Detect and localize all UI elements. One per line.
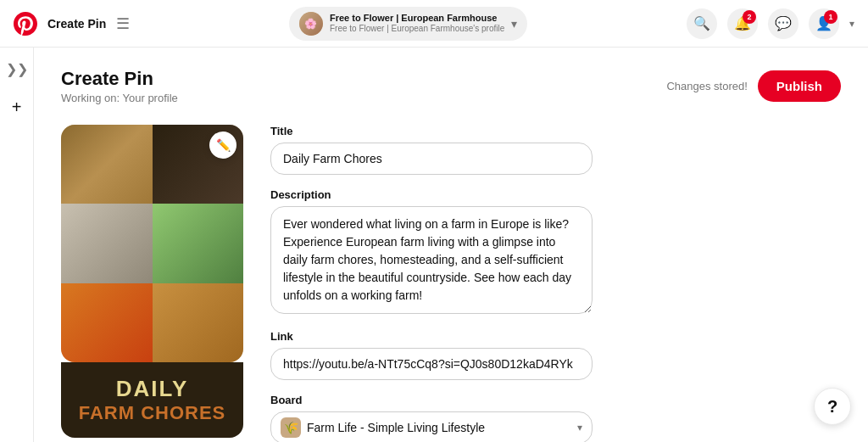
image-preview: ✏️ DAILY FARM CHORES [61,125,243,442]
help-button[interactable]: ? [814,388,851,425]
image-grid [61,125,243,362]
main-content: Create Pin Working on: Your profile Chan… [34,48,868,442]
notifications-badge: 2 [743,10,756,24]
profile-info: Free to Flower | European Farmhouse Free… [330,13,504,34]
pin-overlay-daily: DAILY [68,376,236,402]
pencil-icon: ✏️ [216,138,231,152]
search-icon: 🔍 [693,15,710,31]
board-icon: 🌾 [281,417,301,438]
page-subtitle: Working on: Your profile [61,92,178,104]
account-chevron-icon: ▾ [849,18,854,30]
navbar: Create Pin ☰ 🌸 Free to Flower | European… [0,0,868,48]
grid-cell-4 [153,204,244,283]
link-group: Link [270,330,593,380]
page-title: Create Pin [61,68,178,90]
profile-selector[interactable]: 🌸 Free to Flower | European Farmhouse Fr… [289,7,527,41]
board-thumbnail: 🌾 [284,421,298,434]
grid-cell-3 [61,204,153,283]
board-select-wrapper: 🌾 Farm Life - Simple Living Lifestyle ▾ [270,411,593,442]
description-group: Description Ever wondered what living on… [270,188,593,316]
grid-cell-1 [61,125,153,204]
preview-container: ✏️ [61,125,243,362]
description-label: Description [270,188,593,201]
sidebar: ❯❯ + [0,48,34,442]
navbar-left: Create Pin ☰ [14,12,130,36]
pinterest-logo-icon[interactable] [14,12,37,36]
title-label: Title [270,125,593,137]
message-icon: 💬 [775,15,792,31]
pin-overlay-farm-chores: FARM CHORES [68,402,236,424]
pin-editor: ✏️ DAILY FARM CHORES Title Description E… [61,125,841,442]
title-input[interactable] [270,143,593,175]
profile-sub: Free to Flower | European Farmhouse's pr… [330,24,504,34]
grid-cell-5 [61,283,153,362]
page-header-right: Changes stored! Publish [666,70,841,102]
account-button[interactable]: 👤 1 [809,8,839,39]
link-input[interactable] [270,348,593,380]
page-header-left: Create Pin Working on: Your profile [61,68,178,104]
question-icon: ? [827,397,837,417]
board-group: Board 🌾 Farm Life - Simple Living Lifest… [270,394,593,442]
navbar-center: 🌸 Free to Flower | European Farmhouse Fr… [289,7,527,41]
account-badge: 1 [824,10,837,24]
grid-cell-6 [153,283,244,362]
avatar: 🌸 [299,12,323,36]
edit-image-button[interactable]: ✏️ [209,131,236,159]
description-input[interactable]: Ever wondered what living on a farm in E… [270,206,593,314]
board-select[interactable]: Farm Life - Simple Living Lifestyle [270,411,593,442]
form-area: Title Description Ever wondered what liv… [270,125,593,442]
page-title-nav: Create Pin [47,17,106,31]
sidebar-add-icon[interactable]: + [12,98,22,117]
board-label: Board [270,394,593,406]
publish-button[interactable]: Publish [758,70,841,102]
profile-chevron-icon: ▾ [511,17,517,31]
search-button[interactable]: 🔍 [687,8,717,39]
navbar-icons: 🔍 🔔 2 💬 👤 1 ▾ [687,8,854,39]
link-label: Link [270,330,593,343]
title-group: Title [270,125,593,175]
pin-title-overlay: DAILY FARM CHORES [61,362,243,438]
changes-stored-status: Changes stored! [666,80,747,92]
profile-name: Free to Flower | European Farmhouse [330,13,504,24]
messages-button[interactable]: 💬 [768,8,798,39]
hamburger-icon[interactable]: ☰ [116,14,130,33]
notifications-button[interactable]: 🔔 2 [727,8,758,39]
sidebar-toggle-icon[interactable]: ❯❯ [6,61,28,77]
page-header: Create Pin Working on: Your profile Chan… [61,68,841,104]
